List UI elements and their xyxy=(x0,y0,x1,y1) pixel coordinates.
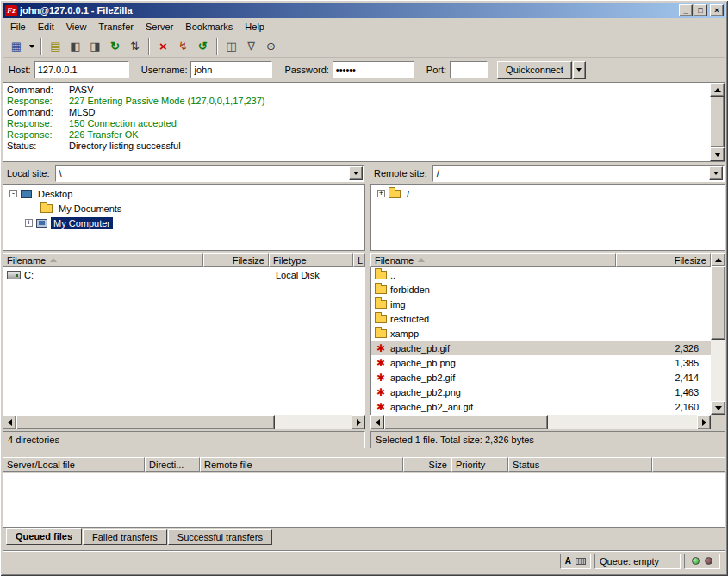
toggle-queue-button[interactable]: ⇅ xyxy=(125,37,145,56)
folder-icon xyxy=(375,300,387,309)
site-manager-dropdown[interactable] xyxy=(27,37,37,56)
toolbar: ▦ ▤ ◧ ◨ ↻ ⇅ × ↯ ↺ ◫ ∇ ⊙ xyxy=(3,35,725,58)
remote-vscrollbar[interactable] xyxy=(711,253,725,415)
column-header-status[interactable]: Status xyxy=(508,457,652,472)
menu-file[interactable]: File xyxy=(4,20,32,34)
password-input[interactable] xyxy=(333,61,414,78)
column-header-filename[interactable]: Filename xyxy=(370,253,616,267)
tree-item-label: My Computer xyxy=(51,217,113,229)
chevron-down-icon xyxy=(29,45,34,48)
connection-indicator-cell xyxy=(684,554,720,569)
directory-comparison-button[interactable]: ◫ xyxy=(221,37,241,56)
message-log-icon: ▤ xyxy=(50,40,60,53)
file-row[interactable]: .. xyxy=(371,267,711,282)
quickconnect-button[interactable]: Quickconnect xyxy=(497,61,572,79)
scroll-right-button[interactable] xyxy=(352,415,365,429)
combo-dropdown-button[interactable] xyxy=(349,166,363,180)
column-header-lastmodified[interactable]: L xyxy=(353,253,365,267)
expand-icon[interactable]: + xyxy=(25,219,33,227)
file-row[interactable]: xampp xyxy=(371,326,711,341)
host-input[interactable] xyxy=(34,61,129,78)
column-header-filetype[interactable]: Filetype xyxy=(269,253,353,267)
column-header-local-file[interactable]: Server/Local file xyxy=(3,457,145,472)
disconnect-button[interactable]: ↯ xyxy=(173,37,193,56)
scroll-down-button[interactable] xyxy=(710,147,725,161)
site-manager-button[interactable]: ▦ xyxy=(6,37,27,56)
scroll-thumb[interactable] xyxy=(16,415,275,429)
remote-hscrollbar[interactable] xyxy=(370,415,711,429)
menu-view[interactable]: View xyxy=(60,20,93,34)
file-row[interactable]: img xyxy=(371,297,711,311)
find-button[interactable]: ⊙ xyxy=(261,37,281,56)
local-site-combo[interactable]: \ xyxy=(55,165,364,182)
column-header-remote-file[interactable]: Remote file xyxy=(200,457,403,472)
scroll-left-button[interactable] xyxy=(370,415,384,429)
tree-item-label: / xyxy=(404,188,412,200)
column-header-direction[interactable]: Directi... xyxy=(145,457,200,472)
scroll-up-button[interactable] xyxy=(710,83,725,97)
file-row-selected[interactable]: ✱apache_pb.gif2,326 xyxy=(371,341,711,355)
column-header-filename[interactable]: Filename xyxy=(3,253,203,267)
menu-bookmarks[interactable]: Bookmarks xyxy=(179,20,239,34)
username-input[interactable] xyxy=(190,61,272,78)
file-row[interactable]: ✱apache_pb2_ani.gif2,160 xyxy=(371,399,711,414)
tab-successful-transfers[interactable]: Successful transfers xyxy=(168,529,272,545)
scroll-down-button[interactable] xyxy=(711,401,725,415)
menu-server[interactable]: Server xyxy=(140,20,179,34)
scroll-left-button[interactable] xyxy=(3,415,16,429)
quickconnect-dropdown[interactable] xyxy=(573,61,586,79)
file-row[interactable]: forbidden xyxy=(371,282,711,297)
log-scrollbar[interactable] xyxy=(710,83,725,161)
led-green-icon xyxy=(692,557,700,565)
collapse-icon[interactable]: - xyxy=(9,190,17,197)
expand-icon[interactable]: + xyxy=(377,190,385,197)
column-header-priority[interactable]: Priority xyxy=(451,457,508,472)
scroll-up-button[interactable] xyxy=(711,253,725,266)
close-button[interactable]: × xyxy=(710,4,724,16)
toggle-message-log-button[interactable]: ▤ xyxy=(46,37,65,56)
scroll-right-button[interactable] xyxy=(697,415,711,429)
scroll-thumb[interactable] xyxy=(711,266,725,340)
file-row[interactable]: ✱apache_pb2.gif2,414 xyxy=(371,370,711,385)
remote-site-combo[interactable]: / xyxy=(432,165,725,182)
file-row[interactable]: ✱apache_pb.png1,385 xyxy=(371,355,711,370)
tab-queued-files[interactable]: Queued files xyxy=(6,528,82,545)
toggle-local-tree-button[interactable]: ◧ xyxy=(65,37,85,56)
refresh-button[interactable]: ↻ xyxy=(105,37,125,56)
menu-help[interactable]: Help xyxy=(239,20,271,34)
menu-edit[interactable]: Edit xyxy=(32,20,60,34)
titlebar: Fz john@127.0.0.1 - FileZilla _ □ × xyxy=(3,3,725,18)
file-row-c-drive[interactable]: C: Local Disk xyxy=(3,267,365,282)
led-red-icon xyxy=(705,557,712,565)
folder-icon xyxy=(40,204,53,213)
column-header-filesize[interactable]: Filesize xyxy=(616,253,711,267)
queue-list[interactable] xyxy=(3,473,725,528)
scroll-thumb[interactable] xyxy=(384,415,548,429)
tree-item-desktop[interactable]: - Desktop xyxy=(3,186,364,201)
combo-dropdown-button[interactable] xyxy=(709,166,723,180)
maximize-button[interactable]: □ xyxy=(694,4,707,16)
folder-icon xyxy=(375,329,387,338)
scroll-thumb[interactable] xyxy=(710,97,725,147)
tree-item-my-documents[interactable]: My Documents xyxy=(3,201,364,216)
port-label: Port: xyxy=(426,65,446,75)
log-line: Command:PASV xyxy=(3,85,709,96)
filter-button[interactable]: ∇ xyxy=(241,37,261,56)
reconnect-button[interactable]: ↺ xyxy=(193,37,213,56)
sort-asc-icon xyxy=(418,258,425,262)
abort-button[interactable]: × xyxy=(153,37,173,56)
column-header-size[interactable]: Size xyxy=(403,457,451,472)
local-hscrollbar[interactable] xyxy=(3,415,365,429)
toggle-remote-tree-button[interactable]: ◨ xyxy=(85,37,105,56)
minimize-button[interactable]: _ xyxy=(679,4,693,16)
file-row[interactable]: restricted xyxy=(371,311,711,326)
image-file-icon: ✱ xyxy=(375,342,387,354)
tree-item-root[interactable]: + / xyxy=(371,186,725,201)
file-row[interactable]: ✱apache_pb2.png1,463 xyxy=(371,385,711,399)
port-input[interactable] xyxy=(450,61,488,78)
column-header-filesize[interactable]: Filesize xyxy=(203,253,269,267)
tree-item-my-computer[interactable]: + My Computer xyxy=(3,216,364,230)
tab-failed-transfers[interactable]: Failed transfers xyxy=(83,529,167,545)
local-status-text: 4 directories xyxy=(8,435,59,445)
menu-transfer[interactable]: Transfer xyxy=(92,20,140,34)
